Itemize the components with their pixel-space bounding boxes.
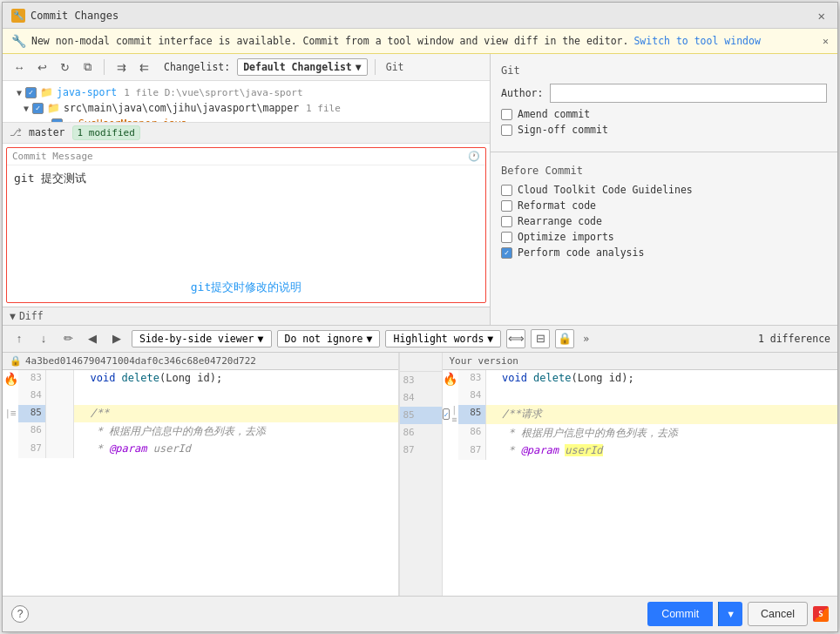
rearrange-checkbox[interactable] [501, 216, 512, 227]
perform-analysis-label: Perform code analysis [518, 246, 644, 259]
branch-name: master [29, 126, 65, 138]
amend-checkbox[interactable] [501, 109, 512, 120]
middle-84: 84 [400, 389, 442, 407]
side-by-side-dropdown[interactable]: Side-by-side viewer ▼ [132, 330, 272, 347]
move-to-another-changelist-btn[interactable]: ↔ [10, 57, 29, 77]
dropdown-arrow: ▼ [356, 61, 362, 73]
author-input[interactable] [550, 84, 827, 103]
tree-toggle-2[interactable]: ▼ [24, 104, 29, 113]
line-num-86-left: 86 [18, 422, 46, 441]
perform-analysis-checkbox[interactable]: ✓ [501, 247, 512, 259]
undo-btn[interactable]: ↩ [32, 57, 51, 77]
commit-arrow-button[interactable]: ▼ [718, 602, 742, 626]
diff-line-87-right: 87 * @param userId [443, 442, 838, 460]
collapse-btn[interactable]: ⇇ [134, 57, 153, 77]
commit-msg-label-text: Commit Message [12, 151, 93, 162]
changelist-label: Changelist: [164, 61, 230, 73]
diff-area: ↑ ↓ ✏ ◀ ▶ Side-by-side viewer ▼ Do not i… [3, 325, 837, 597]
lock-btn[interactable]: 🔒 [555, 329, 574, 348]
close-icon[interactable]: ✕ [815, 7, 829, 24]
tree-checkbox-root[interactable]: ✓ [25, 87, 37, 98]
line-icon-86-r [443, 424, 458, 442]
commit-message-input[interactable]: git 提交测试 [7, 165, 485, 270]
action-buttons: Commit ▼ Cancel S [647, 602, 829, 626]
history-icon[interactable]: 🕐 [468, 151, 480, 162]
reformat-checkbox[interactable] [501, 200, 512, 212]
diff-middle: 83 84 85 86 87 [399, 353, 443, 597]
tree-root-name: java-sport [57, 86, 117, 98]
collapse-unchanged-btn[interactable]: ⊟ [531, 329, 550, 348]
line-num-83-left: 83 [18, 370, 46, 388]
file-hash: 4a3bed0146790471004daf0c346c68e04720d722 [25, 355, 256, 367]
diff-btn[interactable]: ⧉ [78, 57, 97, 77]
switch-to-tool-window-link[interactable]: Switch to tool window [633, 35, 760, 47]
git-icon: 🔧 [11, 9, 25, 23]
optimize-checkbox[interactable] [501, 232, 512, 243]
rearrange-row: Rearrange code [501, 215, 827, 227]
intellij-letter: S [818, 610, 823, 618]
rearrange-label: Rearrange code [518, 215, 602, 227]
diff-back-btn[interactable]: ◀ [83, 329, 102, 348]
diff-right-panel: Your version 🔥 83 void delete(Long id); … [443, 353, 838, 597]
ignore-dropdown[interactable]: Do not ignore ▼ [277, 330, 381, 347]
chinese-text: 请求 [521, 408, 542, 420]
tree-item-folder[interactable]: ▼ ✓ 📁 src\main\java\com\jihu\javasport\m… [3, 100, 490, 116]
before-commit-section: Before Commit Cloud Toolkit Code Guideli… [491, 158, 837, 269]
line-content-86-left: * 根据用户信息中的角色列表，去添 [74, 422, 398, 441]
diff-header[interactable]: ▼ Diff [3, 307, 490, 325]
diff-left-panel: 🔒 4a3bed0146790471004daf0c346c68e04720d7… [3, 353, 399, 597]
diff-line-85-left: |≡ 85 /** [3, 405, 398, 422]
line-icon-87 [3, 441, 18, 458]
diff-down-btn[interactable]: ↓ [34, 329, 53, 348]
refresh-btn[interactable]: ↻ [55, 57, 74, 77]
diff-fwd-btn[interactable]: ▶ [107, 329, 126, 348]
author-row: Author: [501, 84, 827, 103]
diff-toolbar: ↑ ↓ ✏ ◀ ▶ Side-by-side viewer ▼ Do not i… [3, 326, 837, 353]
diff-toggle-icon: ▼ [10, 310, 16, 322]
tree-toggle[interactable]: ▼ [17, 88, 22, 98]
changelist-dropdown[interactable]: Default Changelist ▼ [237, 58, 368, 76]
diff-label: Diff [19, 310, 44, 322]
comment-86: * 根据用户信息中的角色列表，去添 [90, 425, 266, 437]
infobar-close-icon[interactable]: ✕ [823, 35, 829, 47]
diff-line-84-right: 84 [443, 388, 838, 405]
tree-folder-meta: 1 file [306, 103, 341, 114]
line-num-87-left: 87 [18, 441, 46, 458]
divider [491, 152, 837, 152]
annotation-87-r: @param [521, 444, 559, 456]
line-icon-84-r [443, 388, 458, 405]
diff-checkbox-85[interactable]: ✓ [443, 408, 450, 420]
tree-checkbox-folder[interactable]: ✓ [32, 103, 44, 114]
highlight-dropdown[interactable]: Highlight words ▼ [385, 330, 501, 347]
diff-up-btn[interactable]: ↑ [10, 329, 29, 348]
signoff-checkbox[interactable] [501, 125, 512, 136]
branch-icon: ⎇ [10, 126, 22, 138]
comment-85: /** [90, 407, 109, 419]
align-lines-btn[interactable]: ⟺ [506, 329, 525, 348]
tree-item-root[interactable]: ▼ ✓ 📁 java-sport 1 file D:\vue\sprort\ja… [3, 84, 490, 100]
middle-87: 87 [400, 442, 442, 459]
infobar-text: New non-modal commit interface is availa… [31, 35, 628, 47]
cancel-button[interactable]: Cancel [748, 602, 808, 626]
amend-label: Amend commit [518, 108, 590, 120]
help-button[interactable]: ? [11, 605, 29, 623]
guidelines-label: Cloud Toolkit Code Guidelines [518, 184, 693, 196]
infobar-content: 🔧 New non-modal commit interface is avai… [11, 34, 761, 48]
side-by-side-arrow: ▼ [258, 333, 264, 345]
guidelines-row: Cloud Toolkit Code Guidelines [501, 184, 827, 196]
diff-edit-btn[interactable]: ✏ [58, 329, 78, 348]
titlebar: 🔧 Commit Changes ✕ [3, 3, 837, 29]
commit-button[interactable]: Commit [647, 602, 713, 626]
separator2 [375, 59, 376, 75]
diff-right-header: Your version [443, 353, 838, 370]
separator [104, 59, 105, 75]
line-icon-86 [3, 422, 18, 441]
diff-line-84-left: 84 [3, 388, 398, 405]
flame-icon-r: 🔥 [443, 372, 457, 386]
optimize-row: Optimize imports [501, 231, 827, 243]
method-delete-r: delete [533, 372, 571, 384]
guidelines-checkbox[interactable] [501, 185, 512, 196]
expand-btn[interactable]: ⇉ [112, 57, 131, 77]
keyword-void-r: void [502, 372, 527, 384]
comment-85-r: /**请求 [502, 408, 542, 420]
